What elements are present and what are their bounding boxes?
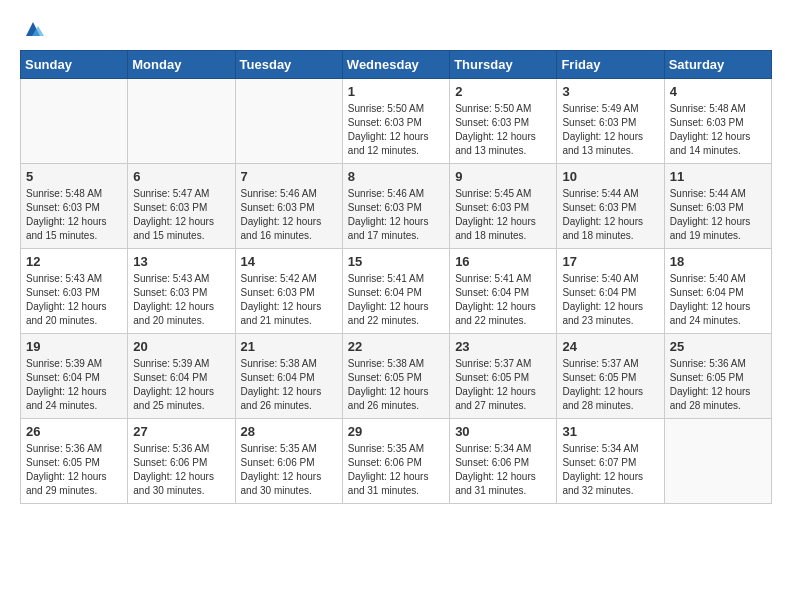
calendar-cell: 3Sunrise: 5:49 AM Sunset: 6:03 PM Daylig… [557, 79, 664, 164]
calendar-cell: 16Sunrise: 5:41 AM Sunset: 6:04 PM Dayli… [450, 249, 557, 334]
calendar-cell: 29Sunrise: 5:35 AM Sunset: 6:06 PM Dayli… [342, 419, 449, 504]
calendar-cell: 26Sunrise: 5:36 AM Sunset: 6:05 PM Dayli… [21, 419, 128, 504]
calendar-cell: 12Sunrise: 5:43 AM Sunset: 6:03 PM Dayli… [21, 249, 128, 334]
day-info: Sunrise: 5:39 AM Sunset: 6:04 PM Dayligh… [26, 357, 122, 413]
calendar-cell [21, 79, 128, 164]
calendar-cell: 7Sunrise: 5:46 AM Sunset: 6:03 PM Daylig… [235, 164, 342, 249]
day-info: Sunrise: 5:43 AM Sunset: 6:03 PM Dayligh… [133, 272, 229, 328]
day-info: Sunrise: 5:39 AM Sunset: 6:04 PM Dayligh… [133, 357, 229, 413]
day-info: Sunrise: 5:35 AM Sunset: 6:06 PM Dayligh… [348, 442, 444, 498]
day-number: 22 [348, 339, 444, 354]
day-number: 24 [562, 339, 658, 354]
day-info: Sunrise: 5:44 AM Sunset: 6:03 PM Dayligh… [670, 187, 766, 243]
day-info: Sunrise: 5:34 AM Sunset: 6:06 PM Dayligh… [455, 442, 551, 498]
week-row-3: 12Sunrise: 5:43 AM Sunset: 6:03 PM Dayli… [21, 249, 772, 334]
day-info: Sunrise: 5:46 AM Sunset: 6:03 PM Dayligh… [241, 187, 337, 243]
weekday-header-row: SundayMondayTuesdayWednesdayThursdayFrid… [21, 51, 772, 79]
day-info: Sunrise: 5:41 AM Sunset: 6:04 PM Dayligh… [348, 272, 444, 328]
day-info: Sunrise: 5:43 AM Sunset: 6:03 PM Dayligh… [26, 272, 122, 328]
day-number: 20 [133, 339, 229, 354]
day-number: 2 [455, 84, 551, 99]
logo-icon [22, 18, 44, 40]
weekday-header-wednesday: Wednesday [342, 51, 449, 79]
day-number: 28 [241, 424, 337, 439]
day-info: Sunrise: 5:48 AM Sunset: 6:03 PM Dayligh… [670, 102, 766, 158]
day-info: Sunrise: 5:41 AM Sunset: 6:04 PM Dayligh… [455, 272, 551, 328]
day-number: 18 [670, 254, 766, 269]
day-number: 3 [562, 84, 658, 99]
calendar-cell [128, 79, 235, 164]
day-info: Sunrise: 5:44 AM Sunset: 6:03 PM Dayligh… [562, 187, 658, 243]
day-info: Sunrise: 5:49 AM Sunset: 6:03 PM Dayligh… [562, 102, 658, 158]
calendar-cell: 30Sunrise: 5:34 AM Sunset: 6:06 PM Dayli… [450, 419, 557, 504]
day-info: Sunrise: 5:38 AM Sunset: 6:05 PM Dayligh… [348, 357, 444, 413]
day-number: 5 [26, 169, 122, 184]
week-row-5: 26Sunrise: 5:36 AM Sunset: 6:05 PM Dayli… [21, 419, 772, 504]
calendar-cell: 19Sunrise: 5:39 AM Sunset: 6:04 PM Dayli… [21, 334, 128, 419]
day-number: 26 [26, 424, 122, 439]
calendar-cell: 15Sunrise: 5:41 AM Sunset: 6:04 PM Dayli… [342, 249, 449, 334]
calendar-table: SundayMondayTuesdayWednesdayThursdayFrid… [20, 50, 772, 504]
calendar-cell: 21Sunrise: 5:38 AM Sunset: 6:04 PM Dayli… [235, 334, 342, 419]
day-number: 21 [241, 339, 337, 354]
day-info: Sunrise: 5:40 AM Sunset: 6:04 PM Dayligh… [562, 272, 658, 328]
weekday-header-tuesday: Tuesday [235, 51, 342, 79]
day-info: Sunrise: 5:38 AM Sunset: 6:04 PM Dayligh… [241, 357, 337, 413]
weekday-header-sunday: Sunday [21, 51, 128, 79]
day-number: 14 [241, 254, 337, 269]
calendar-cell: 20Sunrise: 5:39 AM Sunset: 6:04 PM Dayli… [128, 334, 235, 419]
week-row-1: 1Sunrise: 5:50 AM Sunset: 6:03 PM Daylig… [21, 79, 772, 164]
calendar-cell: 4Sunrise: 5:48 AM Sunset: 6:03 PM Daylig… [664, 79, 771, 164]
weekday-header-thursday: Thursday [450, 51, 557, 79]
calendar-cell: 17Sunrise: 5:40 AM Sunset: 6:04 PM Dayli… [557, 249, 664, 334]
day-number: 10 [562, 169, 658, 184]
day-number: 25 [670, 339, 766, 354]
logo [20, 20, 44, 40]
day-info: Sunrise: 5:47 AM Sunset: 6:03 PM Dayligh… [133, 187, 229, 243]
calendar-cell: 27Sunrise: 5:36 AM Sunset: 6:06 PM Dayli… [128, 419, 235, 504]
day-number: 29 [348, 424, 444, 439]
day-number: 15 [348, 254, 444, 269]
weekday-header-monday: Monday [128, 51, 235, 79]
day-number: 31 [562, 424, 658, 439]
day-number: 17 [562, 254, 658, 269]
calendar-cell: 13Sunrise: 5:43 AM Sunset: 6:03 PM Dayli… [128, 249, 235, 334]
calendar-cell: 18Sunrise: 5:40 AM Sunset: 6:04 PM Dayli… [664, 249, 771, 334]
calendar-cell: 22Sunrise: 5:38 AM Sunset: 6:05 PM Dayli… [342, 334, 449, 419]
calendar-cell: 28Sunrise: 5:35 AM Sunset: 6:06 PM Dayli… [235, 419, 342, 504]
day-info: Sunrise: 5:45 AM Sunset: 6:03 PM Dayligh… [455, 187, 551, 243]
weekday-header-saturday: Saturday [664, 51, 771, 79]
calendar-cell [664, 419, 771, 504]
day-number: 11 [670, 169, 766, 184]
day-info: Sunrise: 5:46 AM Sunset: 6:03 PM Dayligh… [348, 187, 444, 243]
day-info: Sunrise: 5:40 AM Sunset: 6:04 PM Dayligh… [670, 272, 766, 328]
day-info: Sunrise: 5:37 AM Sunset: 6:05 PM Dayligh… [562, 357, 658, 413]
calendar-cell: 11Sunrise: 5:44 AM Sunset: 6:03 PM Dayli… [664, 164, 771, 249]
day-info: Sunrise: 5:36 AM Sunset: 6:05 PM Dayligh… [670, 357, 766, 413]
day-number: 16 [455, 254, 551, 269]
day-info: Sunrise: 5:36 AM Sunset: 6:05 PM Dayligh… [26, 442, 122, 498]
calendar-cell: 5Sunrise: 5:48 AM Sunset: 6:03 PM Daylig… [21, 164, 128, 249]
day-info: Sunrise: 5:48 AM Sunset: 6:03 PM Dayligh… [26, 187, 122, 243]
day-number: 1 [348, 84, 444, 99]
day-number: 13 [133, 254, 229, 269]
day-number: 23 [455, 339, 551, 354]
day-info: Sunrise: 5:36 AM Sunset: 6:06 PM Dayligh… [133, 442, 229, 498]
day-number: 30 [455, 424, 551, 439]
page-header [20, 20, 772, 40]
calendar-cell: 31Sunrise: 5:34 AM Sunset: 6:07 PM Dayli… [557, 419, 664, 504]
calendar-cell: 14Sunrise: 5:42 AM Sunset: 6:03 PM Dayli… [235, 249, 342, 334]
day-info: Sunrise: 5:35 AM Sunset: 6:06 PM Dayligh… [241, 442, 337, 498]
calendar-cell: 23Sunrise: 5:37 AM Sunset: 6:05 PM Dayli… [450, 334, 557, 419]
day-number: 8 [348, 169, 444, 184]
calendar-cell: 2Sunrise: 5:50 AM Sunset: 6:03 PM Daylig… [450, 79, 557, 164]
day-info: Sunrise: 5:42 AM Sunset: 6:03 PM Dayligh… [241, 272, 337, 328]
calendar-cell: 9Sunrise: 5:45 AM Sunset: 6:03 PM Daylig… [450, 164, 557, 249]
day-info: Sunrise: 5:34 AM Sunset: 6:07 PM Dayligh… [562, 442, 658, 498]
calendar-cell: 8Sunrise: 5:46 AM Sunset: 6:03 PM Daylig… [342, 164, 449, 249]
day-number: 19 [26, 339, 122, 354]
day-number: 7 [241, 169, 337, 184]
day-number: 6 [133, 169, 229, 184]
calendar-cell: 25Sunrise: 5:36 AM Sunset: 6:05 PM Dayli… [664, 334, 771, 419]
day-number: 4 [670, 84, 766, 99]
